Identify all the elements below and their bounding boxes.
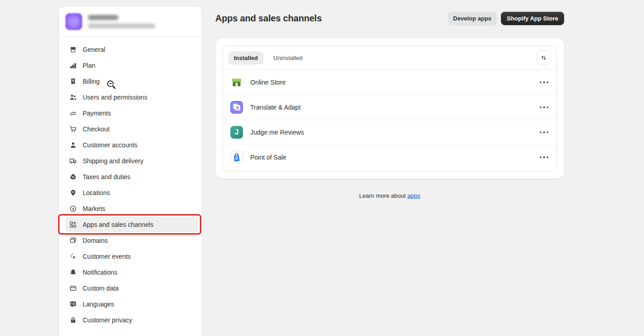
row-menu-button[interactable] [539,130,550,135]
store-domain-redacted [88,24,155,28]
sidebar-item-label: Customer accounts [83,141,138,149]
sidebar-item-label: Domains [83,237,108,244]
svg-text:A文: A文 [71,302,75,305]
translate-adapt-icon: 文 [230,101,243,114]
row-menu-button[interactable] [539,155,550,160]
page-header: Apps and sales channels Develop apps Sho… [215,11,564,25]
truck-icon [69,157,77,165]
store-name-redacted [88,15,118,20]
svg-text:$: $ [72,79,74,83]
shopify-app-store-button[interactable]: Shopify App Store [501,12,564,25]
sidebar-item-label: Plan [83,62,95,69]
sidebar-item-label: Customer events [83,253,131,260]
payments-icon [69,109,77,117]
point-of-sale-icon: S [230,151,243,164]
sort-arrows-icon [540,54,547,61]
app-name: Translate & Adapt [250,104,301,111]
translate-bubble-icon: A文 [69,300,77,308]
sort-button[interactable] [536,50,551,65]
sidebar-item-label: Locations [83,189,110,196]
main-content: Apps and sales channels Develop apps Sho… [215,0,564,199]
sidebar-item-custom-data[interactable]: Custom data [65,280,198,296]
sidebar-item-label: Languages [83,301,114,308]
apps-tabs-row: Installed Uninstalled [223,46,556,70]
sidebar-item-label: Billing [83,78,99,85]
sidebar-item-checkout[interactable]: Checkout [65,121,198,137]
sidebar-item-plan[interactable]: Plan [65,57,198,73]
apps-card: Installed Uninstalled [215,38,564,179]
sidebar-item-label: Shipping and delivery [83,157,144,165]
judgeme-icon: J [230,126,243,139]
row-menu-button[interactable] [539,105,550,110]
sidebar-item-users-permissions[interactable]: Users and permissions [65,89,198,105]
sidebar-item-customer-privacy[interactable]: Customer privacy [65,312,198,328]
develop-apps-button[interactable]: Develop apps [448,12,497,25]
sidebar-item-locations[interactable]: Locations [65,185,198,201]
sidebar-item-customer-accounts[interactable]: Customer accounts [65,137,198,153]
sidebar-item-billing[interactable]: $ Billing [65,73,198,89]
domains-icon [69,236,77,245]
checkout-icon [69,125,77,133]
learn-more-footer: Learn more about apps [215,192,564,199]
store-icon [69,45,77,54]
tab-installed[interactable]: Installed [228,51,263,65]
store-header [59,6,202,37]
row-menu-button[interactable] [539,80,550,85]
tax-bag-icon: % [69,173,77,181]
sidebar-item-apps-sales-channels[interactable]: Apps and sales channels [65,216,198,232]
sidebar-item-label: Apps and sales channels [83,221,154,228]
sidebar-item-general[interactable]: General [65,41,198,57]
sidebar-item-label: Users and permissions [83,94,147,101]
sidebar-item-customer-events[interactable]: Customer events [65,248,198,264]
sidebar-item-languages[interactable]: A文 Languages [65,296,198,312]
learn-more-text: Learn more about [359,192,407,199]
app-name: Point of Sale [250,154,286,161]
plan-icon [69,61,77,70]
svg-text:$: $ [72,206,74,211]
app-row-online-store[interactable]: Online Store [223,70,556,95]
cursor-sparkle-icon [69,252,77,261]
sidebar-item-label: Notifications [83,269,117,276]
sidebar-item-taxes-duties[interactable]: % Taxes and duties [65,169,198,185]
sidebar-item-markets[interactable]: $ Markets [65,201,198,216]
app-row-point-of-sale[interactable]: S Point of Sale [223,145,556,171]
sidebar-item-notifications[interactable]: Notifications [65,264,198,280]
sidebar-item-shipping-delivery[interactable]: Shipping and delivery [65,153,198,169]
billing-icon: $ [69,77,77,85]
page-title: Apps and sales channels [215,13,322,24]
lock-icon [69,316,77,324]
settings-nav: General Plan $ Billing Users and permiss… [59,37,202,328]
svg-text:%: % [72,176,74,179]
zoom-out-cursor-icon [106,79,118,91]
apps-link[interactable]: apps [407,192,420,199]
store-avatar [65,13,82,30]
apps-grid-plus-icon [69,221,77,229]
tab-uninstalled[interactable]: Uninstalled [268,51,308,65]
data-box-icon [69,284,77,292]
sidebar-item-label: General [83,46,105,53]
sidebar-item-label: Payments [83,110,111,117]
app-name: Judge.me Reviews [250,129,304,136]
sidebar-item-label: Customer privacy [83,316,132,324]
sidebar-item-label: Taxes and duties [83,173,130,181]
users-icon [69,93,77,101]
bell-icon [69,268,77,276]
sidebar-item-label: Markets [83,205,105,212]
sidebar-item-label: Checkout [83,125,109,133]
app-row-judgeme-reviews[interactable]: J Judge.me Reviews [223,120,556,145]
sidebar-item-payments[interactable]: Payments [65,105,198,121]
map-pin-icon [69,189,77,197]
customer-account-icon [69,141,77,149]
sidebar-item-label: Custom data [83,285,119,292]
apps-list-panel: Installed Uninstalled [223,45,557,171]
online-store-icon [230,76,243,89]
settings-sidebar: General Plan $ Billing Users and permiss… [59,6,202,336]
globe-dollar-icon: $ [69,205,77,213]
app-name: Online Store [250,79,286,86]
sidebar-item-domains[interactable]: Domains [65,232,198,248]
app-row-translate-adapt[interactable]: 文 Translate & Adapt [223,95,556,120]
